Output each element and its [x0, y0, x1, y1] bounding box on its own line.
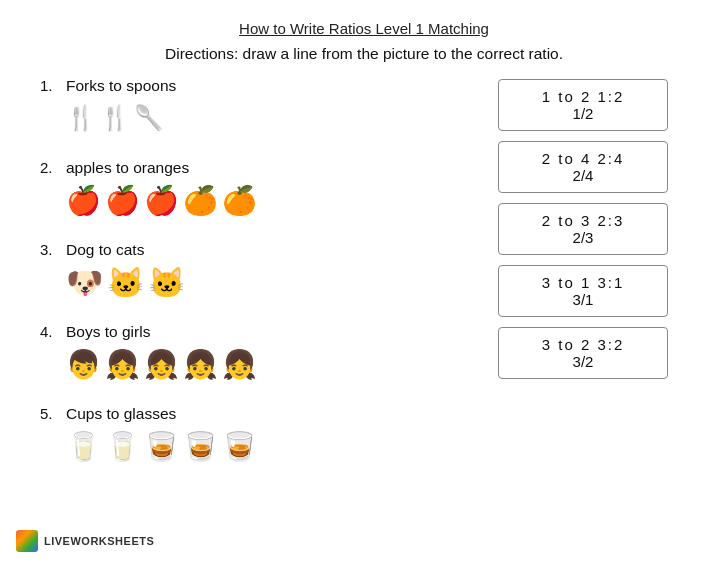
- glass-icon-2: 🥃: [183, 430, 218, 463]
- directions-text: Directions: draw a line from the picture…: [40, 45, 688, 63]
- ratio-bottom-3: 2/3: [573, 229, 594, 246]
- boy-icon-1: 👦: [66, 348, 101, 381]
- apple-icon-3: 🍎: [144, 184, 179, 217]
- question-block-1: 1. Forks to spoons 🍴 🍴 🥄: [40, 77, 498, 149]
- spoon-icon-1: 🥄: [134, 104, 164, 132]
- ratios-column: 1 to 2 1:2 1/2 2 to 4 2:4 2/4 2 to 3 2:3…: [498, 77, 688, 379]
- question-num-2: 2.: [40, 159, 60, 176]
- worksheet-page: How to Write Ratios Level 1 Matching Dir…: [0, 0, 728, 562]
- worksheet-content: 1. Forks to spoons 🍴 🍴 🥄 2. apples to or…: [40, 77, 688, 487]
- question-block-4: 4. Boys to girls 👦 👧 👧 👧 👧: [40, 323, 498, 395]
- question-label-3: 3. Dog to cats: [40, 241, 498, 259]
- ratio-box-4: 3 to 1 3:1 3/1: [498, 265, 668, 317]
- question-images-4: 👦 👧 👧 👧 👧: [40, 344, 498, 384]
- ratio-top-5: 3 to 2 3:2: [542, 336, 625, 353]
- apple-icon-1: 🍎: [66, 184, 101, 217]
- question-text-2: apples to oranges: [66, 159, 189, 177]
- question-text-1: Forks to spoons: [66, 77, 176, 95]
- ratio-top-3: 2 to 3 2:3: [542, 212, 625, 229]
- ratio-top-2: 2 to 4 2:4: [542, 150, 625, 167]
- fork-icon-2: 🍴: [100, 104, 130, 132]
- liveworksheets-logo-icon: [16, 530, 38, 552]
- question-text-4: Boys to girls: [66, 323, 150, 341]
- ratio-top-4: 3 to 1 3:1: [542, 274, 625, 291]
- question-label-1: 1. Forks to spoons: [40, 77, 498, 95]
- question-text-5: Cups to glasses: [66, 405, 176, 423]
- question-label-5: 5. Cups to glasses: [40, 405, 498, 423]
- question-label-2: 2. apples to oranges: [40, 159, 498, 177]
- ratio-top-1: 1 to 2 1:2: [542, 88, 625, 105]
- girl-icon-2: 👧: [144, 348, 179, 381]
- ratio-box-3: 2 to 3 2:3 2/3: [498, 203, 668, 255]
- orange-icon-2: 🍊: [222, 184, 257, 217]
- glass-icon-3: 🥃: [222, 430, 257, 463]
- worksheet-title: How to Write Ratios Level 1 Matching: [40, 20, 688, 37]
- question-text-3: Dog to cats: [66, 241, 144, 259]
- girl-icon-4: 👧: [222, 348, 257, 381]
- question-num-5: 5.: [40, 405, 60, 422]
- ratio-bottom-5: 3/2: [573, 353, 594, 370]
- fork-icon-1: 🍴: [66, 104, 96, 132]
- glass-icon-1: 🥃: [144, 430, 179, 463]
- question-images-1: 🍴 🍴 🥄: [40, 98, 498, 138]
- question-num-3: 3.: [40, 241, 60, 258]
- question-block-2: 2. apples to oranges 🍎 🍎 🍎 🍊 🍊: [40, 159, 498, 231]
- ratio-box-5: 3 to 2 3:2 3/2: [498, 327, 668, 379]
- orange-icon-1: 🍊: [183, 184, 218, 217]
- liveworksheets-logo-text: LIVEWORKSHEETS: [44, 535, 154, 547]
- girl-icon-3: 👧: [183, 348, 218, 381]
- question-images-2: 🍎 🍎 🍎 🍊 🍊: [40, 180, 498, 220]
- girl-icon-1: 👧: [105, 348, 140, 381]
- question-block-5: 5. Cups to glasses 🥛 🥛 🥃 🥃 🥃: [40, 405, 498, 477]
- ratio-bottom-4: 3/1: [573, 291, 594, 308]
- cat-icon-1: 🐱: [107, 265, 144, 300]
- cup-icon-1: 🥛: [66, 430, 101, 463]
- ratio-bottom-2: 2/4: [573, 167, 594, 184]
- question-num-4: 4.: [40, 323, 60, 340]
- questions-column: 1. Forks to spoons 🍴 🍴 🥄 2. apples to or…: [40, 77, 498, 487]
- cup-icon-2: 🥛: [105, 430, 140, 463]
- ratio-box-2: 2 to 4 2:4 2/4: [498, 141, 668, 193]
- question-block-3: 3. Dog to cats 🐶 🐱 🐱: [40, 241, 498, 313]
- question-images-5: 🥛 🥛 🥃 🥃 🥃: [40, 426, 498, 466]
- logo-area: LIVEWORKSHEETS: [16, 530, 154, 552]
- dog-icon-1: 🐶: [66, 265, 103, 300]
- cat-icon-2: 🐱: [148, 265, 185, 300]
- question-label-4: 4. Boys to girls: [40, 323, 498, 341]
- apple-icon-2: 🍎: [105, 184, 140, 217]
- question-images-3: 🐶 🐱 🐱: [40, 262, 498, 302]
- ratio-bottom-1: 1/2: [573, 105, 594, 122]
- ratio-box-1: 1 to 2 1:2 1/2: [498, 79, 668, 131]
- question-num-1: 1.: [40, 77, 60, 94]
